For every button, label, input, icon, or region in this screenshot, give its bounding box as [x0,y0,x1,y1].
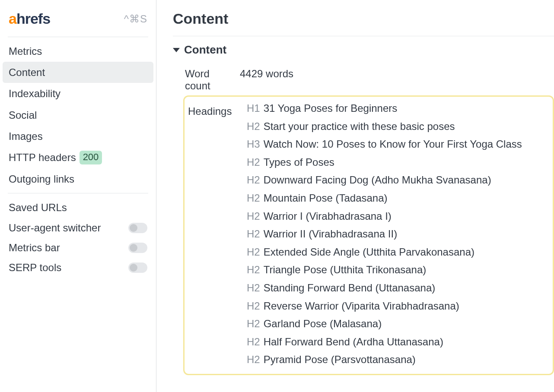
toggle-switch[interactable] [128,262,147,273]
sidebar-item-images[interactable]: Images [3,126,153,147]
heading-tag: H2 [247,299,260,313]
heading-item: H2Half Forward Bend (Ardha Uttanasana) [247,333,550,351]
sidebar-item-social[interactable]: Social [3,104,153,126]
divider [8,193,148,193]
heading-item: H2Triangle Pose (Utthita Trikonasana) [247,261,550,279]
main-content: Content Content Word count 4429 words He… [156,0,554,392]
heading-tag: H2 [247,209,260,224]
sidebar-item-label: Social [9,108,37,122]
heading-item: H2Start your practice with these basic p… [247,117,550,136]
sidebar-item-label: Indexability [9,87,60,100]
sidebar-item-saved-urls[interactable]: Saved URLs [3,197,153,218]
heading-item: H2Warrior I (Virabhadrasana I) [247,207,550,225]
toggle-switch[interactable] [128,243,147,253]
word-count-value: 4429 words [240,66,554,94]
sidebar-item-label: Metrics [9,44,42,58]
sidebar: ahrefs ^⌘S Metrics Content Indexability … [0,0,156,392]
sidebar-item-http-headers[interactable]: HTTP headers 200 [3,147,153,168]
heading-text: Start your practice with these basic pos… [264,119,455,134]
heading-item: H2Extended Side Angle (Utthita Parvakona… [247,243,550,261]
toggle-label: Metrics bar [9,242,60,254]
heading-tag: H2 [247,155,260,170]
heading-tag: H2 [247,316,260,331]
heading-tag: H1 [247,101,260,116]
toggle-switch[interactable] [128,223,147,233]
heading-item: H2Types of Poses [247,153,550,171]
heading-text: Mountain Pose (Tadasana) [264,191,388,205]
heading-tag: H2 [247,281,260,295]
heading-text: 31 Yoga Poses for Beginners [264,101,398,116]
sidebar-item-label: Saved URLs [9,201,67,214]
heading-text: Watch Now: 10 Poses to Know for Your Fir… [264,137,522,152]
heading-text: Triangle Pose (Utthita Trikonasana) [264,262,427,277]
heading-item: H2Warrior II (Virabhadrasana II) [247,225,550,243]
toggle-serp-tools[interactable]: SERP tools [3,258,153,278]
heading-tag: H2 [247,245,260,259]
heading-tag: H3 [247,137,260,152]
sidebar-item-content[interactable]: Content [3,62,153,83]
toggle-metrics-bar[interactable]: Metrics bar [3,238,153,258]
heading-item: H2Mountain Pose (Tadasana) [247,189,550,207]
heading-item: H3Watch Now: 10 Poses to Know for Your F… [247,135,550,153]
sidebar-item-metrics[interactable]: Metrics [3,41,153,62]
section-title: Content [184,43,226,57]
heading-text: Standing Forward Bend (Uttanasana) [264,281,436,295]
heading-text: Extended Side Angle (Utthita Parvakonasa… [264,245,474,259]
heading-text: Pyramid Pose (Parsvottanasana) [264,352,416,367]
headings-label: Headings [186,99,247,369]
section-toggle-content[interactable]: Content [173,43,554,57]
heading-text: Garland Pose (Malasana) [264,316,382,331]
heading-item: H2Pyramid Pose (Parsvottanasana) [247,351,550,369]
keyboard-shortcut: ^⌘S [124,13,147,25]
sidebar-item-label: Outgoing links [9,172,74,186]
toggle-user-agent-switcher[interactable]: User-agent switcher [3,218,153,238]
heading-tag: H2 [247,335,260,349]
word-count-label: Word count [173,66,240,94]
heading-tag: H2 [247,262,260,277]
heading-text: Half Forward Bend (Ardha Uttanasana) [264,335,443,349]
heading-tag: H2 [247,227,260,241]
headings-highlight: Headings H131 Yoga Poses for BeginnersH2… [183,95,554,375]
toggle-label: User-agent switcher [9,222,101,234]
toggle-label: SERP tools [9,262,61,274]
sidebar-item-label: Images [9,130,43,143]
heading-tag: H2 [247,119,260,134]
sidebar-item-indexability[interactable]: Indexability [3,83,153,104]
caret-down-icon [173,48,180,52]
heading-item: H2Reverse Warrior (Viparita Virabhadrasa… [247,297,550,315]
sidebar-item-label: HTTP headers [9,151,76,164]
heading-item: H131 Yoga Poses for Beginners [247,99,550,117]
page-title: Content [173,10,554,36]
heading-tag: H2 [247,173,260,187]
heading-text: Warrior II (Virabhadrasana II) [264,227,397,241]
heading-tag: H2 [247,352,260,367]
heading-item: H2Garland Pose (Malasana) [247,315,550,333]
status-badge: 200 [80,151,102,164]
sidebar-item-outgoing-links[interactable]: Outgoing links [3,168,153,190]
heading-item: H2Downward Facing Dog (Adho Mukha Svanas… [247,171,550,189]
heading-tag: H2 [247,191,260,205]
divider [8,37,148,37]
heading-text: Types of Poses [264,155,334,170]
sidebar-item-label: Content [9,66,45,79]
heading-text: Reverse Warrior (Viparita Virabhadrasana… [264,299,459,313]
heading-item: H2Standing Forward Bend (Uttanasana) [247,279,550,297]
heading-text: Warrior I (Virabhadrasana I) [264,209,392,224]
heading-text: Downward Facing Dog (Adho Mukha Svanasan… [264,173,491,187]
brand-logo: ahrefs [9,10,50,27]
